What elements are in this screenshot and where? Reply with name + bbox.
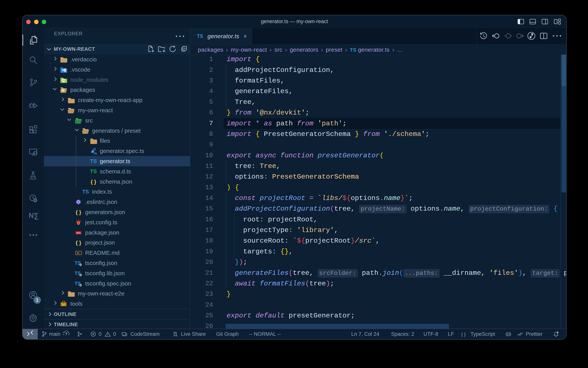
svg-text:TS: TS xyxy=(90,158,97,164)
svg-text:</>: </> xyxy=(76,120,81,124)
svg-text:JS: JS xyxy=(62,79,65,81)
svg-text:{ }: { } xyxy=(91,179,96,185)
svg-text:TS: TS xyxy=(82,189,89,195)
svg-text:npm: npm xyxy=(76,232,81,234)
svg-text:TS: TS xyxy=(90,168,97,174)
svg-text:M↓: M↓ xyxy=(77,251,80,255)
svg-text:{ }: { } xyxy=(76,240,81,246)
svg-text:{ }: { } xyxy=(76,209,81,215)
svg-text:TS: TS xyxy=(93,152,97,155)
